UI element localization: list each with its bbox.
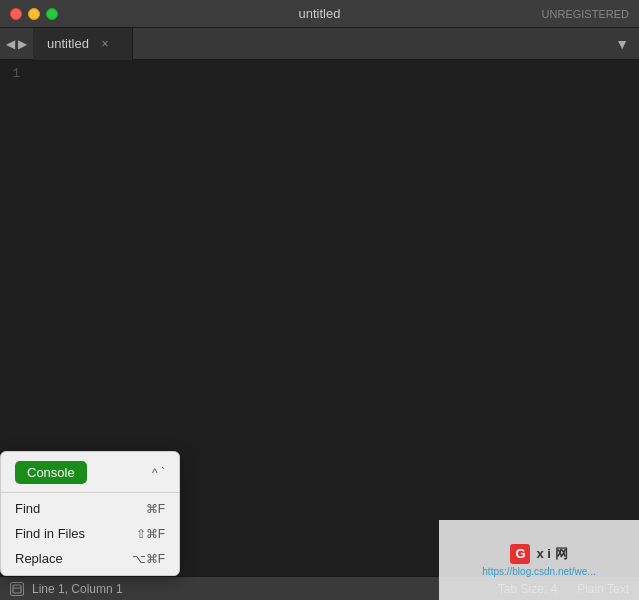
traffic-lights (10, 8, 58, 20)
dropdown-item-find[interactable]: Find ⌘F (1, 496, 179, 521)
brand-name: x i 网 (536, 545, 567, 563)
title-bar: untitled UNREGISTERED (0, 0, 639, 28)
active-tab[interactable]: untitled × (33, 28, 133, 60)
tab-nav-left[interactable]: ◀ (6, 37, 15, 51)
cursor-position: Line 1, Column 1 (32, 582, 123, 596)
tab-dropdown-button[interactable]: ▼ (605, 36, 639, 52)
dropdown-item-replace[interactable]: Replace ⌥⌘F (1, 546, 179, 571)
tab-label: untitled (47, 36, 89, 51)
watermark-logo: G x i 网 (510, 544, 567, 564)
logo-icon: G (510, 544, 530, 564)
find-shortcut: ⌘F (146, 502, 165, 516)
svg-rect-0 (13, 585, 21, 593)
close-button[interactable] (10, 8, 22, 20)
minimize-button[interactable] (28, 8, 40, 20)
find-label: Find (15, 501, 40, 516)
watermark-overlay: G x i 网 https://blog.csdn.net/we... (439, 520, 639, 600)
dropdown-divider-1 (1, 492, 179, 493)
status-icon (10, 582, 24, 596)
watermark-url: https://blog.csdn.net/we... (482, 566, 595, 577)
find-in-files-label: Find in Files (15, 526, 85, 541)
dropdown-item-find-in-files[interactable]: Find in Files ⇧⌘F (1, 521, 179, 546)
dropdown-menu: Console ^ ` Find ⌘F Find in Files ⇧⌘F Re… (0, 451, 180, 576)
maximize-button[interactable] (46, 8, 58, 20)
window-title: untitled (299, 6, 341, 21)
tab-nav-right[interactable]: ▶ (18, 37, 27, 51)
line-number-1: 1 (12, 66, 20, 81)
tab-nav[interactable]: ◀ ▶ (0, 37, 33, 51)
status-bar-left: Line 1, Column 1 (10, 582, 123, 596)
console-shortcut: ^ ` (152, 466, 165, 480)
console-label: Console (27, 465, 75, 480)
find-in-files-shortcut: ⇧⌘F (136, 527, 165, 541)
registration-status: UNREGISTERED (542, 8, 629, 20)
tab-bar: ◀ ▶ untitled × ▼ (0, 28, 639, 60)
tab-close-button[interactable]: × (97, 36, 113, 52)
replace-shortcut: ⌥⌘F (132, 552, 165, 566)
dropdown-item-console[interactable]: Console ^ ` (1, 456, 179, 489)
console-label-wrapper: Console (15, 461, 87, 484)
replace-label: Replace (15, 551, 63, 566)
